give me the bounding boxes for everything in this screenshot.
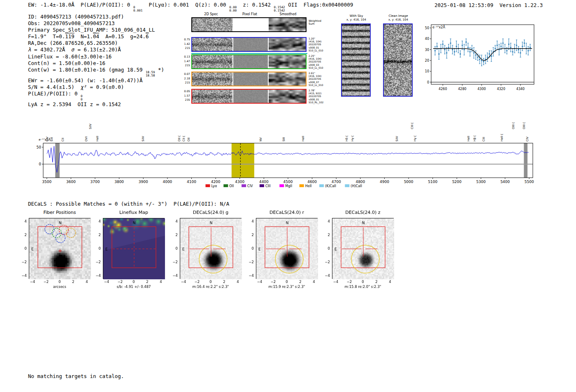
x-tick-label: 3900 bbox=[139, 180, 148, 184]
cutout-wrapper-2: DECaLS(24.0) g NE m:16.4 re:2.2" s:2.3" … bbox=[170, 209, 254, 291]
noise-image bbox=[192, 18, 232, 31]
x-tick-label: 4700 bbox=[332, 180, 341, 184]
data-point bbox=[508, 44, 509, 45]
ifu-footprint-square bbox=[38, 227, 82, 268]
sup-sub-value: 0.15420.1542 bbox=[274, 6, 285, 12]
legend-label: HeII bbox=[305, 184, 312, 188]
y-tick-label: 0 bbox=[19, 246, 27, 251]
text-part: χ² bbox=[81, 84, 87, 90]
text-part: LineFlux = -8.60(±3.00)e-16 bbox=[28, 53, 111, 60]
noise-image bbox=[269, 90, 306, 103]
compass-east: E bbox=[182, 247, 185, 251]
emission-line-label: CIV bbox=[526, 137, 529, 141]
x-tick-label: −2 bbox=[192, 280, 202, 284]
fiber-weight-labels: 0.051.57235 bbox=[181, 89, 190, 102]
noise-image bbox=[233, 90, 268, 103]
text-part: A=0.15 g=24. bbox=[99, 33, 146, 39]
x-tick-label: 4600 bbox=[307, 180, 317, 184]
x-tick-label: 4200 bbox=[211, 180, 221, 184]
compass-north: N bbox=[210, 221, 213, 225]
y-tick-label: 0 bbox=[322, 246, 330, 251]
data-point bbox=[471, 48, 472, 49]
x-tick-label: 4 bbox=[309, 280, 319, 284]
emission-line-label: CII ( bbox=[182, 136, 186, 141]
cutout-title: DECaLS(24.0) r bbox=[256, 210, 318, 215]
legend-swatch bbox=[319, 184, 324, 187]
y-tick-label: 50 bbox=[37, 145, 42, 149]
text-part: LyA z = 2.5394 OII z = 0.1542 bbox=[28, 101, 121, 107]
emission-line-label: SiIV bbox=[395, 136, 399, 141]
catalog-match-header: DECaLS : Possible Matches = 0 (within +/… bbox=[28, 201, 229, 207]
x-tick-label: 0 bbox=[205, 280, 216, 284]
x-tick-label: 4400 bbox=[259, 180, 269, 184]
x-tick-label: 0 bbox=[281, 280, 292, 284]
data-point bbox=[491, 56, 492, 57]
text-part: P(Lyα): 0.001 Q(z): 0.00 bbox=[142, 2, 229, 8]
cutout-xlabel: m:15.8 re:2.0" s:2.3" bbox=[322, 285, 404, 289]
x-tick-label: −2 bbox=[344, 280, 355, 284]
data-point bbox=[460, 53, 461, 55]
aperture-circle bbox=[199, 245, 227, 273]
cutout-wrapper-1: Lineflux Map NE s/b: -4.91 +/- 0.487 −4−… bbox=[93, 209, 177, 291]
emission-line-label: Hγ ( bbox=[351, 135, 354, 141]
y-tick-label: 4 bbox=[170, 219, 178, 223]
x-tick-label: −4 bbox=[330, 280, 341, 284]
fiber-circle bbox=[56, 233, 65, 243]
text-part: EW: -1.4±-18.0Å P(LAE)/P(OII): 0 bbox=[28, 2, 133, 8]
header-datetime-version: 2025-01-08 12:53:09 Version 1.22.3 bbox=[434, 2, 543, 8]
legend-swatch bbox=[300, 184, 304, 187]
text-part: *) bbox=[155, 67, 165, 73]
info-line: LyA z = 2.5394 OII z = 0.1542 bbox=[28, 101, 164, 108]
y-tick-label: 0 bbox=[39, 162, 41, 166]
clean-image-title: Clean Image bbox=[383, 14, 414, 18]
text-part: 04 bbox=[93, 33, 99, 39]
info-line: Primary Spec_Slot_IFU_AMP: 510_096_014_L… bbox=[28, 27, 164, 33]
legend-swatch bbox=[242, 184, 246, 187]
info-line: LineFlux = -8.60(±3.00)e-16 bbox=[28, 53, 164, 60]
cutout-wrapper-0: Fiber Positions NE arcsecs −4−4−2−200224… bbox=[19, 209, 103, 291]
data-point bbox=[456, 46, 457, 47]
data-point bbox=[467, 47, 469, 48]
x-tick-label: 2 bbox=[142, 280, 153, 284]
y-tick-label: 2 bbox=[93, 233, 101, 237]
data-point bbox=[442, 44, 444, 45]
with-sky-panel: With Sky x, y: 416, 104 bbox=[341, 14, 372, 21]
x-tick-label: 4280 bbox=[458, 87, 466, 91]
emission-line-label: Hγ ( bbox=[413, 135, 417, 141]
x-tick-label: 0 bbox=[54, 280, 65, 284]
legend-swatch bbox=[223, 184, 228, 187]
x-tick-label: 0 bbox=[128, 280, 139, 284]
emission-line-label: SiII bbox=[50, 137, 53, 141]
data-point bbox=[506, 50, 507, 51]
fiber-info-labels: 2.25"(416, 104)20220705v008_03510_LL_010 bbox=[309, 54, 323, 69]
emission-line-label: OIII ( bbox=[523, 122, 526, 129]
data-point bbox=[475, 54, 476, 56]
text-part: RA,Dec (266.876526,65.263550) bbox=[28, 40, 118, 46]
spec2d-rows: WeightedSum0.751.422151.20"(416, 104)202… bbox=[191, 12, 331, 108]
cutout-title: DECaLS(24.0) g bbox=[180, 210, 242, 215]
data-point bbox=[489, 53, 490, 55]
spec2d-row bbox=[191, 54, 307, 69]
legend-swatch bbox=[345, 184, 349, 187]
sup-sub-value: 18.5918.58 bbox=[146, 71, 155, 77]
sup-sub-value: 0.000.00 bbox=[229, 6, 237, 12]
data-point bbox=[479, 59, 480, 60]
emission-line-label: HeII bbox=[302, 136, 305, 141]
y-tick-label: 4 bbox=[93, 219, 101, 223]
info-line: ID: 4090457213 (4090457213.pdf) bbox=[28, 14, 164, 20]
elixer-report-page: EW: -1.4±-18.0Å P(LAE)/P(OII): 0 00.001 … bbox=[0, 0, 576, 392]
x-tick-label: 4 bbox=[156, 280, 166, 284]
data-point bbox=[452, 49, 453, 50]
x-tick-label: −2 bbox=[115, 280, 125, 284]
info-block: ID: 4090457213 (4090457213.pdf)Obs: 2022… bbox=[28, 14, 164, 108]
text-part: Cont(n) = 1.50(±0.00)e-16 bbox=[28, 60, 105, 66]
highlight-band bbox=[232, 143, 254, 178]
info-line: Cont(n) = 1.50(±0.00)e-16 bbox=[28, 60, 164, 67]
spec2d-row bbox=[191, 72, 307, 86]
cutout-title: DECaLS(24.0) z bbox=[332, 210, 394, 215]
cutout-title: Lineflux Map bbox=[103, 210, 165, 215]
emission-line-label: HeII bbox=[467, 136, 470, 141]
data-point bbox=[464, 49, 465, 50]
cutout-overlay: NE bbox=[332, 218, 394, 279]
y-tick-label: 10 bbox=[425, 70, 429, 73]
